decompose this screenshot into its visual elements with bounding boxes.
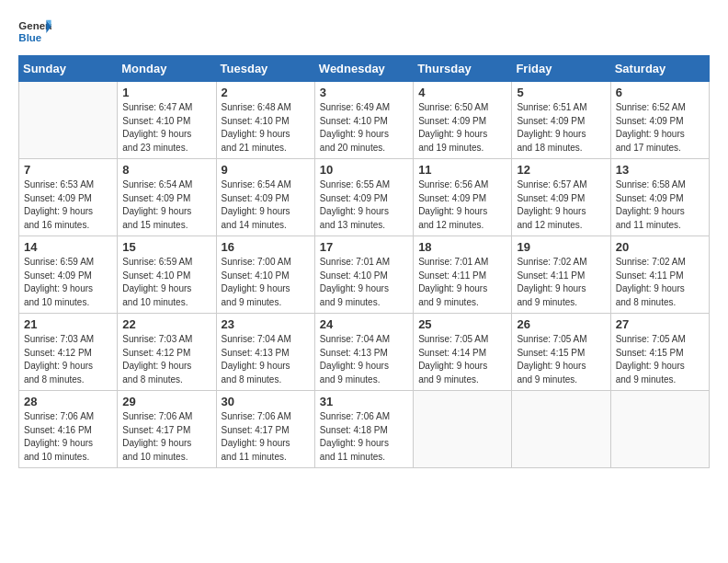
calendar-cell	[512, 391, 610, 468]
day-info: Sunrise: 7:03 AMSunset: 4:12 PMDaylight:…	[122, 333, 210, 386]
day-info: Sunrise: 6:51 AMSunset: 4:09 PMDaylight:…	[517, 101, 605, 155]
calendar-cell: 17Sunrise: 7:01 AMSunset: 4:10 PMDayligh…	[314, 236, 413, 314]
day-of-week-header: Monday	[118, 56, 216, 82]
day-number: 28	[24, 395, 112, 408]
logo-icon: General Blue	[18, 18, 51, 46]
calendar-cell: 29Sunrise: 7:06 AMSunset: 4:17 PMDayligh…	[118, 391, 216, 468]
calendar-cell: 19Sunrise: 7:02 AMSunset: 4:11 PMDayligh…	[512, 236, 610, 314]
day-number: 4	[418, 86, 506, 99]
day-info: Sunrise: 7:00 AMSunset: 4:10 PMDaylight:…	[222, 256, 310, 309]
calendar-table: SundayMondayTuesdayWednesdayThursdayFrid…	[18, 55, 710, 468]
day-number: 18	[418, 240, 506, 254]
day-info: Sunrise: 7:02 AMSunset: 4:11 PMDaylight:…	[616, 256, 704, 309]
calendar-cell: 31Sunrise: 7:06 AMSunset: 4:18 PMDayligh…	[314, 391, 413, 468]
calendar-cell: 8Sunrise: 6:54 AMSunset: 4:09 PMDaylight…	[118, 159, 216, 236]
day-info: Sunrise: 7:06 AMSunset: 4:17 PMDaylight:…	[122, 410, 210, 464]
day-number: 19	[517, 240, 605, 254]
day-number: 2	[222, 86, 310, 99]
calendar-cell: 16Sunrise: 7:00 AMSunset: 4:10 PMDayligh…	[216, 236, 314, 314]
calendar-cell: 1Sunrise: 6:47 AMSunset: 4:10 PMDaylight…	[118, 82, 216, 159]
day-of-week-header: Saturday	[610, 56, 709, 82]
day-of-week-header: Friday	[512, 56, 610, 82]
day-number: 10	[320, 163, 408, 177]
day-info: Sunrise: 7:05 AMSunset: 4:14 PMDaylight:…	[418, 333, 506, 386]
day-number: 3	[320, 86, 408, 99]
day-number: 11	[418, 163, 506, 177]
day-number: 7	[24, 163, 112, 177]
calendar-cell: 7Sunrise: 6:53 AMSunset: 4:09 PMDaylight…	[19, 159, 118, 236]
day-number: 21	[24, 317, 112, 331]
day-number: 9	[222, 163, 310, 177]
day-info: Sunrise: 7:05 AMSunset: 4:15 PMDaylight:…	[517, 333, 605, 386]
day-number: 6	[616, 86, 704, 99]
page-header: General Blue	[18, 18, 710, 46]
calendar-cell: 26Sunrise: 7:05 AMSunset: 4:15 PMDayligh…	[512, 314, 610, 391]
day-info: Sunrise: 6:59 AMSunset: 4:09 PMDaylight:…	[24, 256, 112, 309]
calendar-cell: 24Sunrise: 7:04 AMSunset: 4:13 PMDayligh…	[314, 314, 413, 391]
day-number: 20	[616, 240, 704, 254]
day-number: 29	[122, 395, 210, 408]
day-info: Sunrise: 6:53 AMSunset: 4:09 PMDaylight:…	[24, 178, 112, 232]
day-info: Sunrise: 7:04 AMSunset: 4:13 PMDaylight:…	[222, 333, 310, 386]
day-number: 12	[517, 163, 605, 177]
calendar-cell: 30Sunrise: 7:06 AMSunset: 4:17 PMDayligh…	[216, 391, 314, 468]
day-info: Sunrise: 6:57 AMSunset: 4:09 PMDaylight:…	[517, 178, 605, 232]
logo: General Blue	[18, 18, 51, 46]
day-number: 5	[517, 86, 605, 99]
day-number: 30	[222, 395, 310, 408]
day-info: Sunrise: 6:56 AMSunset: 4:09 PMDaylight:…	[418, 178, 506, 232]
day-number: 27	[616, 317, 704, 331]
calendar-week-row: 1Sunrise: 6:47 AMSunset: 4:10 PMDaylight…	[19, 82, 710, 159]
calendar-week-row: 14Sunrise: 6:59 AMSunset: 4:09 PMDayligh…	[19, 236, 710, 314]
day-info: Sunrise: 6:52 AMSunset: 4:09 PMDaylight:…	[616, 101, 704, 155]
calendar-week-row: 28Sunrise: 7:06 AMSunset: 4:16 PMDayligh…	[19, 391, 710, 468]
calendar-cell: 5Sunrise: 6:51 AMSunset: 4:09 PMDaylight…	[512, 82, 610, 159]
day-info: Sunrise: 7:04 AMSunset: 4:13 PMDaylight:…	[320, 333, 408, 386]
day-info: Sunrise: 6:50 AMSunset: 4:09 PMDaylight:…	[418, 101, 506, 155]
calendar-cell: 4Sunrise: 6:50 AMSunset: 4:09 PMDaylight…	[414, 82, 512, 159]
day-number: 8	[122, 163, 210, 177]
day-info: Sunrise: 6:54 AMSunset: 4:09 PMDaylight:…	[222, 178, 310, 232]
day-number: 16	[222, 240, 310, 254]
day-info: Sunrise: 7:06 AMSunset: 4:18 PMDaylight:…	[320, 410, 408, 464]
calendar-cell: 15Sunrise: 6:59 AMSunset: 4:10 PMDayligh…	[118, 236, 216, 314]
day-number: 23	[222, 317, 310, 331]
calendar-header-row: SundayMondayTuesdayWednesdayThursdayFrid…	[19, 56, 710, 82]
calendar-cell	[19, 82, 118, 159]
calendar-week-row: 21Sunrise: 7:03 AMSunset: 4:12 PMDayligh…	[19, 314, 710, 391]
calendar-cell: 14Sunrise: 6:59 AMSunset: 4:09 PMDayligh…	[19, 236, 118, 314]
day-of-week-header: Tuesday	[216, 56, 314, 82]
day-info: Sunrise: 7:06 AMSunset: 4:17 PMDaylight:…	[222, 410, 310, 464]
day-info: Sunrise: 7:06 AMSunset: 4:16 PMDaylight:…	[24, 410, 112, 464]
day-info: Sunrise: 7:03 AMSunset: 4:12 PMDaylight:…	[24, 333, 112, 386]
calendar-cell: 11Sunrise: 6:56 AMSunset: 4:09 PMDayligh…	[414, 159, 512, 236]
day-number: 15	[122, 240, 210, 254]
day-number: 17	[320, 240, 408, 254]
day-number: 31	[320, 395, 408, 408]
calendar-cell: 27Sunrise: 7:05 AMSunset: 4:15 PMDayligh…	[610, 314, 709, 391]
day-number: 22	[122, 317, 210, 331]
day-number: 26	[517, 317, 605, 331]
calendar-cell: 22Sunrise: 7:03 AMSunset: 4:12 PMDayligh…	[118, 314, 216, 391]
calendar-cell: 20Sunrise: 7:02 AMSunset: 4:11 PMDayligh…	[610, 236, 709, 314]
day-info: Sunrise: 6:58 AMSunset: 4:09 PMDaylight:…	[616, 178, 704, 232]
day-info: Sunrise: 6:48 AMSunset: 4:10 PMDaylight:…	[222, 101, 310, 155]
calendar-cell: 9Sunrise: 6:54 AMSunset: 4:09 PMDaylight…	[216, 159, 314, 236]
day-info: Sunrise: 6:47 AMSunset: 4:10 PMDaylight:…	[122, 101, 210, 155]
day-number: 25	[418, 317, 506, 331]
calendar-cell: 28Sunrise: 7:06 AMSunset: 4:16 PMDayligh…	[19, 391, 118, 468]
day-of-week-header: Wednesday	[314, 56, 413, 82]
calendar-week-row: 7Sunrise: 6:53 AMSunset: 4:09 PMDaylight…	[19, 159, 710, 236]
calendar-cell: 18Sunrise: 7:01 AMSunset: 4:11 PMDayligh…	[414, 236, 512, 314]
svg-text:Blue: Blue	[18, 32, 41, 43]
calendar-cell	[610, 391, 709, 468]
day-of-week-header: Sunday	[19, 56, 118, 82]
calendar-cell: 10Sunrise: 6:55 AMSunset: 4:09 PMDayligh…	[314, 159, 413, 236]
day-number: 13	[616, 163, 704, 177]
calendar-cell: 25Sunrise: 7:05 AMSunset: 4:14 PMDayligh…	[414, 314, 512, 391]
day-info: Sunrise: 6:54 AMSunset: 4:09 PMDaylight:…	[122, 178, 210, 232]
calendar-cell: 2Sunrise: 6:48 AMSunset: 4:10 PMDaylight…	[216, 82, 314, 159]
calendar-cell: 23Sunrise: 7:04 AMSunset: 4:13 PMDayligh…	[216, 314, 314, 391]
calendar-cell	[414, 391, 512, 468]
day-info: Sunrise: 7:01 AMSunset: 4:10 PMDaylight:…	[320, 256, 408, 309]
